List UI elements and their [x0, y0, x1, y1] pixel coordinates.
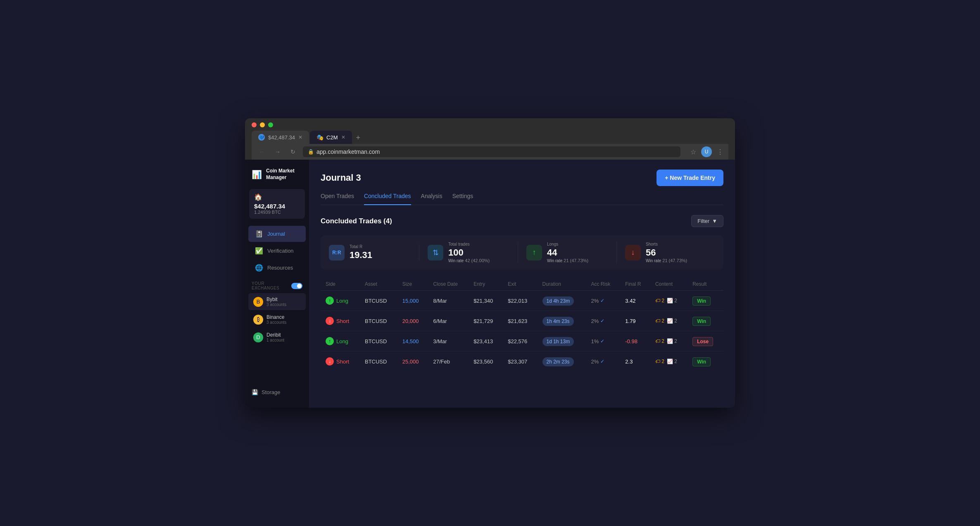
url-bar[interactable]: 🔒 app.coinmarketman.com — [303, 146, 680, 157]
balance-amount: $42,487.34 — [254, 203, 300, 210]
home-icon: 🏠 — [254, 193, 300, 201]
table-row[interactable]: ↓ Short BTCUSD 20,000 6/Mar $21,729 $21,… — [321, 311, 723, 331]
sidebar-item-verification[interactable]: ✅ Verification — [248, 243, 306, 259]
cell-size: 20,000 — [397, 311, 428, 331]
cell-entry: $23,560 — [469, 351, 503, 372]
sidebar-item-journal[interactable]: 📓 Journal — [248, 226, 306, 242]
tag-badge: 🏷 2 — [655, 338, 664, 344]
cell-result: Win — [687, 311, 723, 331]
tab-open-trades[interactable]: Open Trades — [321, 193, 354, 205]
cell-acc-risk: 1% ✓ — [586, 331, 621, 351]
balance-card[interactable]: 🏠 $42,487.34 1.24939 BTC — [249, 189, 305, 219]
deribit-info: Deribit 1 account — [266, 332, 284, 342]
cell-exit: $23,307 — [503, 351, 537, 372]
cell-final-r: 3.42 — [620, 291, 650, 311]
main-content: Journal 3 + New Trade Entry Open Trades … — [309, 160, 735, 408]
result-badge: Lose — [692, 337, 713, 346]
url-text: app.coinmarketman.com — [316, 148, 380, 155]
cell-entry: $23,413 — [469, 331, 503, 351]
cell-result: Lose — [687, 331, 723, 351]
tag-badge: 🏷 2 — [655, 298, 664, 304]
menu-icon[interactable]: ⋮ — [717, 148, 723, 156]
star-icon[interactable]: ☆ — [690, 148, 696, 156]
chart-badge: 📈 2 — [667, 338, 677, 344]
maximize-window-button[interactable] — [268, 122, 273, 127]
balance-btc: 1.24939 BTC — [254, 210, 300, 215]
fav-toggle[interactable] — [291, 283, 302, 289]
refresh-button[interactable]: ↻ — [288, 148, 298, 156]
chart-badge: 📈 2 — [667, 318, 677, 324]
sidebar: 📊 Coin Market Manager 🏠 $42,487.34 1.249… — [245, 160, 309, 408]
bybit-info: Bybit 3 accounts — [266, 296, 286, 307]
page-title: Journal 3 — [321, 172, 361, 183]
chart-badge: 📈 2 — [667, 298, 677, 304]
page-tabs: Open Trades Concluded Trades Analysis Se… — [321, 193, 723, 205]
cell-final-r: 1.79 — [620, 311, 650, 331]
page-header: Journal 3 + New Trade Entry — [321, 170, 723, 186]
lock-icon: 🔒 — [308, 149, 314, 155]
longs-info: Longs 44 Win rate 21 (47.73%) — [547, 242, 588, 263]
duration-badge: 2h 2m 23s — [542, 357, 574, 366]
tab-price-close[interactable]: ✕ — [298, 134, 302, 140]
filter-button[interactable]: Filter ▼ — [691, 215, 723, 227]
cell-final-r: -0.98 — [620, 331, 650, 351]
resources-icon: 🌐 — [255, 264, 263, 272]
cell-asset: BTCUSD — [360, 311, 397, 331]
tag-badge: 🏷 2 — [655, 318, 664, 324]
cell-acc-risk: 2% ✓ — [586, 351, 621, 372]
table-row[interactable]: ↑ Long BTCUSD 14,500 3/Mar $23,413 $22,5… — [321, 331, 723, 351]
stat-trades: ⇅ Total trades 100 Win rate 42 (42.00%) — [419, 242, 518, 263]
chart-badge: 📈 2 — [667, 359, 677, 364]
exchange-deribit[interactable]: D Deribit 1 account — [248, 329, 306, 346]
table-header-row: Side Asset Size Close Date Entry Exit Du… — [321, 278, 723, 291]
stat-rr: R:R Total R 19.31 — [329, 244, 419, 261]
longs-sub: Win rate 21 (47.73%) — [547, 258, 588, 263]
cell-duration: 2h 2m 23s — [538, 351, 586, 372]
cell-asset: BTCUSD — [360, 351, 397, 372]
cell-exit: $22,013 — [503, 291, 537, 311]
cell-size: 14,500 — [397, 331, 428, 351]
rr-icon: R:R — [329, 245, 345, 261]
exchange-binance[interactable]: ₿ Binance 3 accounts — [248, 311, 306, 328]
browser-chrome: 💙 $42,487.34 ✕ 🎭 C2M ✕ + ← → ↻ 🔒 app.coi… — [245, 118, 735, 160]
cell-side: ↓ Short — [321, 311, 360, 331]
close-window-button[interactable] — [252, 122, 257, 127]
trades-label: Total trades — [448, 242, 490, 246]
shorts-icon: ↓ — [625, 245, 641, 261]
check-icon: ✓ — [600, 318, 604, 324]
shorts-sub: Win rate 21 (47.73%) — [646, 258, 687, 263]
tab-c2m[interactable]: 🎭 C2M ✕ — [310, 131, 352, 144]
cell-exit: $21,623 — [503, 311, 537, 331]
back-button[interactable]: ← — [257, 148, 267, 156]
tab-analysis[interactable]: Analysis — [421, 193, 442, 205]
side-dot: ↓ — [326, 357, 334, 366]
col-header-close-date: Close Date — [428, 278, 469, 291]
new-trade-button[interactable]: + New Trade Entry — [657, 170, 723, 186]
cell-acc-risk: 2% ✓ — [586, 311, 621, 331]
tab-concluded-trades[interactable]: Concluded Trades — [364, 193, 411, 205]
cell-side: ↑ Long — [321, 331, 360, 351]
sidebar-item-resources[interactable]: 🌐 Resources — [248, 260, 306, 276]
new-tab-button[interactable]: + — [353, 132, 364, 144]
table-row[interactable]: ↓ Short BTCUSD 25,000 27/Feb $23,560 $23… — [321, 351, 723, 372]
exchange-bybit[interactable]: B Bybit 3 accounts — [248, 293, 306, 310]
address-bar: ← → ↻ 🔒 app.coinmarketman.com ☆ U ⋮ — [252, 144, 728, 160]
sidebar-item-storage[interactable]: 💾 Storage — [245, 385, 309, 399]
stat-shorts: ↓ Shorts 56 Win rate 21 (47.73%) — [617, 242, 715, 263]
storage-icon: 💾 — [252, 389, 258, 395]
tab-c2m-close[interactable]: ✕ — [341, 134, 345, 140]
cell-content: 🏷 2 📈 2 — [650, 311, 687, 331]
minimize-window-button[interactable] — [260, 122, 265, 127]
tab-settings[interactable]: Settings — [452, 193, 473, 205]
risk-value: 2% — [591, 359, 599, 365]
table-row[interactable]: ↑ Long BTCUSD 15,000 8/Mar $21,340 $22,0… — [321, 291, 723, 311]
cell-size: 15,000 — [397, 291, 428, 311]
duration-badge: 1d 4h 23m — [542, 296, 574, 306]
tab-c2m-label: C2M — [326, 134, 338, 141]
tab-price[interactable]: 💙 $42,487.34 ✕ — [252, 131, 309, 144]
longs-value: 44 — [547, 247, 588, 258]
user-avatar[interactable]: U — [701, 146, 712, 157]
trades-info: Total trades 100 Win rate 42 (42.00%) — [448, 242, 490, 263]
forward-button[interactable]: → — [272, 148, 283, 156]
cell-acc-risk: 2% ✓ — [586, 291, 621, 311]
